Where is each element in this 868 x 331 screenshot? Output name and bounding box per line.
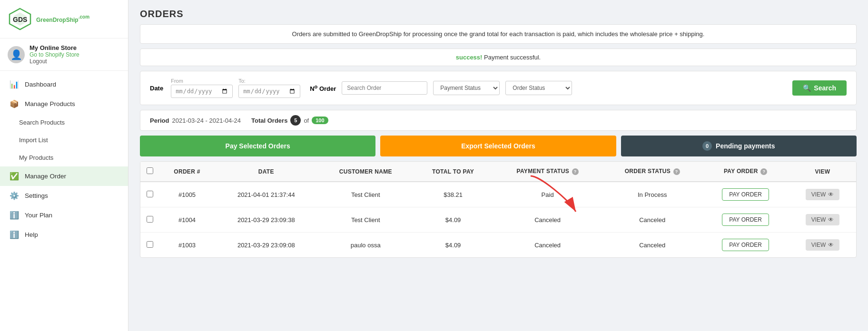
row-customer-name: Test Client bbox=[317, 182, 414, 207]
col-pay-order: PAY ORDER ? bbox=[702, 162, 789, 182]
row-payment-status: Canceled bbox=[493, 207, 602, 233]
logout-button[interactable]: Logout bbox=[30, 58, 79, 65]
sidebar-item-label: Dashboard bbox=[25, 81, 56, 88]
col-payment-status: PAYMENT STATUS ? bbox=[493, 162, 602, 182]
sidebar-item-dashboard[interactable]: 📊 Dashboard bbox=[0, 75, 128, 94]
row-payment-status: Paid bbox=[493, 182, 602, 207]
success-banner: success! Payment successful. bbox=[140, 49, 857, 66]
col-date: DATE bbox=[215, 162, 317, 182]
eye-icon: 👁 bbox=[828, 242, 834, 248]
payment-status-info-icon: ? bbox=[572, 168, 579, 175]
date-from-input[interactable] bbox=[171, 85, 233, 98]
orders-table: ORDER # DATE CUSTOMER NAME TOTAL TO PAY … bbox=[140, 161, 857, 258]
payment-status-select[interactable]: Payment Status Paid Canceled Pending bbox=[433, 81, 500, 95]
row-checkbox-cell bbox=[140, 233, 159, 258]
help-icon: ℹ️ bbox=[10, 230, 19, 239]
date-from-group: From bbox=[171, 78, 233, 98]
period-label: Period bbox=[150, 117, 169, 124]
pay-order-info-icon: ? bbox=[760, 168, 767, 175]
from-label: From bbox=[171, 78, 183, 84]
manage-products-icon: 📦 bbox=[10, 99, 19, 108]
search-icon: 🔍 bbox=[803, 84, 811, 92]
orders-count-badge: 5 bbox=[290, 115, 301, 126]
sidebar-item-manage-order[interactable]: ✅ Manage Order bbox=[0, 166, 128, 186]
your-plan-icon: ℹ️ bbox=[10, 211, 19, 220]
pay-order-button-3[interactable]: PAY ORDER bbox=[722, 239, 769, 251]
sidebar-item-my-products[interactable]: My Products bbox=[0, 149, 128, 166]
row-1-checkbox[interactable] bbox=[147, 191, 153, 197]
sidebar-item-manage-products[interactable]: 📦 Manage Products bbox=[0, 94, 128, 114]
sidebar-user: 👤 My Online Store Go to Shopify Store Lo… bbox=[0, 39, 128, 71]
date-to-group: To: bbox=[238, 78, 300, 98]
logo-name: GreenDropShip.com bbox=[36, 14, 89, 24]
sidebar-nav: 📊 Dashboard 📦 Manage Products Search Pro… bbox=[0, 71, 128, 331]
row-total-to-pay: $4.09 bbox=[414, 233, 493, 258]
period-bar: Period 2021-03-24 - 2021-04-24 Total Ord… bbox=[140, 110, 857, 131]
pending-payments-button[interactable]: 0 Pending payments bbox=[621, 136, 857, 156]
row-order-status: Canceled bbox=[602, 233, 702, 258]
order-status-select[interactable]: Order Status In Process Canceled Complet… bbox=[505, 81, 572, 95]
sidebar-item-label: Your Plan bbox=[25, 212, 52, 219]
col-order-status: ORDER STATUS ? bbox=[602, 162, 702, 182]
table-row: #1004 2021-03-29 23:09:38 Test Client $4… bbox=[140, 207, 856, 233]
sidebar-item-settings[interactable]: ⚙️ Settings bbox=[0, 186, 128, 205]
order-number-label: No Order bbox=[310, 84, 336, 92]
go-to-shopify-link[interactable]: Go to Shopify Store bbox=[30, 51, 79, 58]
order-search-input[interactable] bbox=[342, 81, 427, 95]
sidebar-item-label: Import List bbox=[19, 136, 48, 144]
sidebar-item-label: Help bbox=[25, 231, 38, 238]
sidebar-item-search-products[interactable]: Search Products bbox=[0, 114, 128, 131]
row-total-to-pay: $38.21 bbox=[414, 182, 493, 207]
row-date: 2021-04-01 21:37:44 bbox=[215, 182, 317, 207]
row-3-checkbox[interactable] bbox=[147, 241, 153, 248]
row-date: 2021-03-29 23:09:08 bbox=[215, 233, 317, 258]
row-checkbox-cell bbox=[140, 182, 159, 207]
sidebar-item-label: My Products bbox=[19, 154, 53, 161]
svg-text:GDS: GDS bbox=[13, 16, 27, 23]
logo-icon: GDS bbox=[8, 7, 32, 31]
row-pay-order-cell: PAY ORDER bbox=[702, 207, 789, 233]
sidebar-item-import-list[interactable]: Import List bbox=[0, 131, 128, 149]
table-row: #1003 2021-03-29 23:09:08 paulo ossa $4.… bbox=[140, 233, 856, 258]
view-button-3[interactable]: VIEW 👁 bbox=[806, 239, 840, 251]
row-checkbox-cell bbox=[140, 207, 159, 233]
table-row: #1005 2021-04-01 21:37:44 Test Client $3… bbox=[140, 182, 856, 207]
content-area: Orders are submitted to GreenDropShip fo… bbox=[128, 24, 868, 267]
row-date: 2021-03-29 23:09:38 bbox=[215, 207, 317, 233]
of-text: of bbox=[304, 117, 309, 124]
filter-bar: Date From To: No Order Payment Status Pa… bbox=[140, 71, 857, 105]
view-button-1[interactable]: VIEW 👁 bbox=[806, 189, 840, 200]
sidebar-item-label: Search Products bbox=[19, 119, 65, 126]
search-button[interactable]: 🔍 Search bbox=[792, 80, 847, 96]
user-store-name: My Online Store bbox=[30, 44, 79, 51]
row-order-num: #1004 bbox=[159, 207, 215, 233]
pay-order-button-1[interactable]: PAY ORDER bbox=[722, 188, 769, 201]
row-view-cell: VIEW 👁 bbox=[789, 182, 856, 207]
row-order-status: Canceled bbox=[602, 207, 702, 233]
col-view: VIEW bbox=[789, 162, 856, 182]
total-orders-label: Total Orders bbox=[251, 117, 287, 124]
action-buttons: Pay Selected Orders Export Selected Orde… bbox=[140, 136, 857, 156]
view-button-2[interactable]: VIEW 👁 bbox=[806, 214, 840, 225]
order-status-info-icon: ? bbox=[673, 168, 680, 175]
dashboard-icon: 📊 bbox=[10, 80, 19, 89]
sidebar-item-help[interactable]: ℹ️ Help bbox=[0, 225, 128, 244]
col-checkbox bbox=[140, 162, 159, 182]
row-2-checkbox[interactable] bbox=[147, 216, 153, 223]
success-word: success! bbox=[456, 54, 483, 61]
page-header: ORDERS bbox=[128, 0, 868, 24]
export-selected-orders-button[interactable]: Export Selected Orders bbox=[380, 136, 616, 156]
row-total-to-pay: $4.09 bbox=[414, 207, 493, 233]
col-total-to-pay: TOTAL TO PAY bbox=[414, 162, 493, 182]
pay-order-button-2[interactable]: PAY ORDER bbox=[722, 214, 769, 226]
sidebar-logo: GDS GreenDropShip.com bbox=[0, 0, 128, 39]
sidebar: GDS GreenDropShip.com 👤 My Online Store … bbox=[0, 0, 128, 331]
eye-icon: 👁 bbox=[828, 191, 834, 198]
row-customer-name: Test Client bbox=[317, 207, 414, 233]
main-content: ORDERS Orders are submitted to GreenDrop… bbox=[128, 0, 868, 331]
sidebar-item-your-plan[interactable]: ℹ️ Your Plan bbox=[0, 205, 128, 225]
info-banner: Orders are submitted to GreenDropShip fo… bbox=[140, 24, 857, 44]
pay-selected-orders-button[interactable]: Pay Selected Orders bbox=[140, 136, 375, 156]
select-all-checkbox[interactable] bbox=[147, 167, 153, 174]
date-to-input[interactable] bbox=[238, 85, 300, 98]
